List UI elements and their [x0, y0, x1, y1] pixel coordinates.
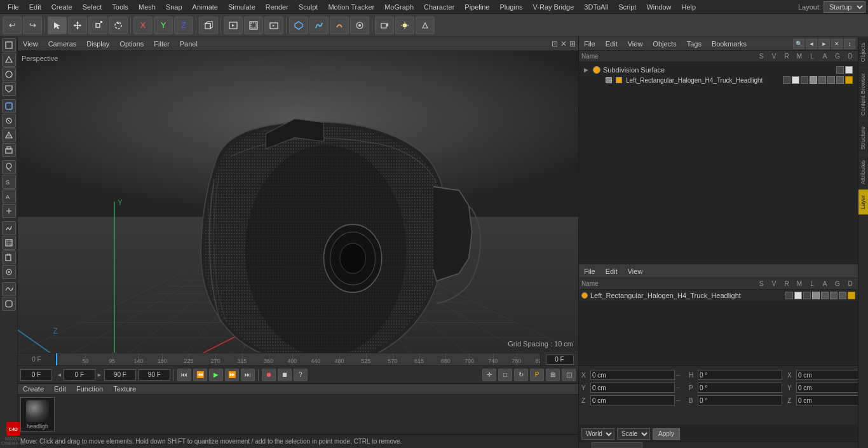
attr-menu-edit[interactable]: Edit — [603, 266, 620, 276]
obj-icon-render[interactable] — [845, 66, 853, 74]
menu-mesh[interactable]: Mesh — [133, 2, 161, 12]
headlight-icon-6[interactable] — [827, 76, 835, 84]
menu-animate[interactable]: Animate — [187, 2, 223, 12]
frame-current-input[interactable] — [64, 369, 95, 381]
y-pos-input[interactable] — [590, 383, 675, 393]
left-tool-17[interactable] — [2, 282, 16, 296]
left-tool-2[interactable] — [2, 53, 16, 67]
obj-menu-view[interactable]: View — [625, 39, 646, 49]
menu-file[interactable]: File — [3, 2, 24, 12]
move-tool-button[interactable] — [68, 17, 87, 34]
new-scene-btn[interactable] — [416, 17, 435, 34]
left-tool-14[interactable] — [2, 236, 16, 250]
pb-rotate-tool[interactable]: ↻ — [514, 369, 528, 381]
left-tool-5[interactable] — [2, 99, 16, 113]
menu-window[interactable]: Window — [641, 2, 676, 12]
first-frame-button[interactable]: ⏮ — [177, 369, 191, 381]
menu-create[interactable]: Create — [46, 2, 78, 12]
left-tool-6[interactable] — [2, 114, 16, 128]
pb-grid-btn[interactable]: ⊞ — [546, 369, 560, 381]
p-rot-input[interactable] — [698, 383, 782, 393]
headlight-icon-7[interactable] — [836, 76, 844, 84]
pb-playback-mode[interactable]: P — [530, 369, 544, 381]
undo-button[interactable]: ↩ — [3, 17, 22, 34]
vp-menu-options[interactable]: Options — [117, 39, 146, 49]
material-item-1[interactable]: headligh — [20, 397, 55, 431]
next-frame-button[interactable]: ⏩ — [225, 369, 239, 381]
axis-y-button[interactable]: Y — [154, 17, 173, 34]
menu-simulate[interactable]: Simulate — [223, 2, 261, 12]
light-btn[interactable] — [395, 17, 414, 34]
obj-icon-vis[interactable] — [836, 66, 844, 74]
layout-select[interactable]: Startup — [824, 1, 865, 13]
obj-search-button[interactable]: 🔍 — [793, 39, 804, 49]
select-tool-button[interactable] — [48, 17, 67, 34]
deform-btn[interactable] — [330, 17, 349, 34]
menu-character[interactable]: Character — [419, 2, 459, 12]
timeline-frame-input[interactable] — [540, 353, 578, 365]
obj-menu-edit[interactable]: Edit — [603, 39, 620, 49]
keyframe-info-button[interactable]: ? — [294, 369, 308, 381]
tab-attributes[interactable]: Attributes — [858, 154, 868, 189]
left-tool-1[interactable] — [2, 38, 16, 52]
obj-expand-button[interactable]: ↕ — [844, 39, 855, 49]
frame-end-input[interactable] — [104, 369, 136, 381]
timeline-cursor[interactable] — [56, 353, 57, 365]
attr-menu-view[interactable]: View — [625, 266, 646, 276]
field-btn[interactable] — [350, 17, 369, 34]
coord-world-select[interactable]: World — [581, 428, 614, 440]
tab-objects[interactable]: Objects — [858, 37, 868, 67]
render-region-button[interactable] — [244, 17, 263, 34]
attr-icon-6[interactable] — [830, 292, 837, 299]
attr-menu-file[interactable]: File — [581, 266, 598, 276]
viewport-lock-icon[interactable]: ✕ — [560, 39, 567, 48]
spline-btn[interactable] — [309, 17, 329, 34]
pb-box-tool[interactable]: □ — [498, 369, 512, 381]
headlight-icon-3[interactable] — [801, 76, 808, 84]
menu-pipeline[interactable]: Pipeline — [459, 2, 494, 12]
h-rot-input[interactable] — [698, 370, 782, 380]
obj-menu-file[interactable]: File — [581, 39, 598, 49]
mat-menu-function[interactable]: Function — [74, 384, 105, 394]
menu-help[interactable]: Help — [677, 2, 702, 12]
3d-viewport[interactable]: Perspective Grid Spacing : 10 cm — [18, 51, 578, 353]
object-btn[interactable] — [289, 17, 308, 34]
left-tool-10[interactable]: S — [2, 175, 16, 189]
b-rot-input[interactable] — [698, 395, 782, 405]
menu-mograph[interactable]: MoGraph — [379, 2, 419, 12]
rotate-tool-button[interactable] — [109, 17, 128, 34]
left-tool-8[interactable] — [2, 143, 16, 157]
vp-menu-view[interactable]: View — [20, 39, 41, 49]
mat-menu-create[interactable]: Create — [20, 384, 46, 394]
obj-menu-bookmarks[interactable]: Bookmarks — [709, 39, 749, 49]
x-pos-input[interactable] — [590, 370, 675, 380]
bottom-scroll[interactable] — [579, 442, 858, 448]
tab-content-browser[interactable]: Content Browser — [858, 67, 868, 121]
attr-icon-8[interactable] — [848, 292, 855, 299]
vp-menu-filter[interactable]: Filter — [151, 39, 172, 49]
obj-menu-tags[interactable]: Tags — [684, 39, 704, 49]
headlight-icon-1[interactable] — [783, 76, 790, 84]
attr-icon-5[interactable] — [821, 292, 829, 299]
obj-next-button[interactable]: ► — [818, 39, 830, 49]
attr-icon-2[interactable] — [794, 292, 802, 299]
menu-render[interactable]: Render — [261, 2, 294, 12]
timeline-track[interactable]: 0509514018022527031536040044048052557061… — [56, 353, 540, 365]
menu-sculpt[interactable]: Sculpt — [294, 2, 323, 12]
prev-frame-button[interactable]: ⏪ — [193, 369, 207, 381]
left-tool-16[interactable] — [2, 265, 16, 279]
left-tool-12[interactable] — [2, 204, 16, 218]
camera-btn[interactable] — [375, 17, 394, 34]
menu-edit[interactable]: Edit — [24, 2, 46, 12]
menu-3dtoall[interactable]: 3DToAll — [579, 2, 613, 12]
viewport-expand-icon[interactable]: ⊡ — [552, 39, 558, 48]
obj-headlight[interactable]: Left_Rectangular_Halogen_H4_Truck_Headli… — [581, 75, 855, 85]
frame-start-input[interactable] — [20, 369, 52, 381]
render-frame-button[interactable] — [224, 17, 243, 34]
vp-menu-cameras[interactable]: Cameras — [46, 39, 79, 49]
tab-structure[interactable]: Structure — [858, 121, 868, 155]
menu-script[interactable]: Script — [613, 2, 641, 12]
tab-layer[interactable]: Layer — [858, 189, 868, 215]
menu-snap[interactable]: Snap — [161, 2, 187, 12]
attr-icon-3[interactable] — [803, 292, 811, 299]
